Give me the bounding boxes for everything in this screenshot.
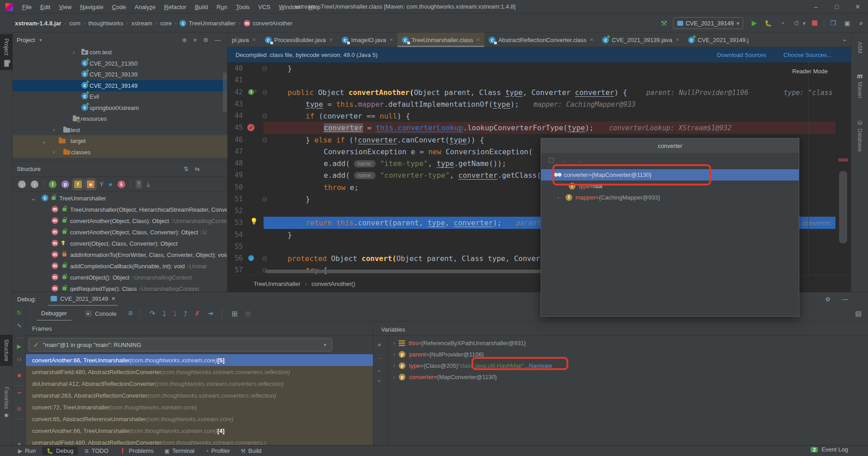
run-anything-icon[interactable]: ▣ [842,18,852,28]
structure-item[interactable]: ⌄cTreeUnmarshaller [13,193,227,204]
close-icon[interactable]: × [253,37,256,43]
variable-row[interactable]: ›this = {ReferenceByXPathUnmarshaller@93… [390,337,868,349]
fold-marker[interactable] [263,90,267,95]
menu-refactor[interactable]: Refactor [160,2,190,12]
structure-item[interactable]: maddInformationTo(ErrorWriter, Class, Co… [13,249,227,261]
reader-mode-label[interactable]: Reader Mode [789,68,830,75]
structure-item[interactable]: mconvertAnother(Object, Class, Converter… [13,227,227,238]
menu-tools[interactable]: Tools [232,2,254,12]
fold-marker[interactable] [263,66,267,71]
variable-row[interactable]: ›pparent = {NullProvider@1106} [390,349,868,360]
menu-run[interactable]: Run [212,2,231,12]
tab-ImageIO.java[interactable]: cImageIO.java× [337,33,397,47]
sort-alpha-icon[interactable]: ↓ [31,180,38,188]
locate-icon[interactable]: ⊕ [182,37,187,43]
structure-panel-title[interactable]: Structure [17,166,41,172]
gear-icon[interactable]: ⚙ [203,37,208,43]
move-watch-up-icon[interactable]: ▲ [377,368,382,373]
link-choose-sources-[interactable]: Choose Sources... [783,52,832,58]
maximize-icon[interactable]: □ [826,0,847,14]
menu-code[interactable]: Code [108,2,130,12]
hide-panel-icon[interactable]: — [215,37,221,43]
frame-row[interactable]: convertAnother:66, TreeUnmarshaller (com… [26,425,373,437]
menu-vcs[interactable]: VCS [254,2,274,12]
interface-filter-icon[interactable]: I [49,180,57,188]
menu-file[interactable]: File [18,2,36,12]
structure-item[interactable]: mconvert(Object, Class, Converter): Obje… [13,238,227,249]
profiler-icon[interactable]: ⏱ [791,18,801,28]
tool-button-favorites[interactable]: Favorites★ [0,382,13,424]
chevron-down-icon[interactable]: ⌄ [31,195,35,202]
add-to-watches-icon[interactable]: ☐ [548,157,554,165]
resume-icon[interactable]: ▶ [13,343,26,350]
project-tree-item[interactable]: ⌄target [13,135,227,147]
chevron-right-icon[interactable]: › [390,352,399,357]
breadcrumb-item[interactable]: com [69,20,80,27]
lambda-filter-icon[interactable]: λ [118,180,125,188]
project-scrollbar[interactable] [223,72,227,112]
collapse-all-icon[interactable]: ≡ [193,37,197,43]
popup-variable-row[interactable]: ›fmapper = {CachingMapper@933} [541,192,799,203]
error-stripe-mark[interactable] [838,158,848,162]
project-tree-item[interactable]: cCVE_2021_39149 [13,80,227,91]
close-icon[interactable]: × [390,37,393,43]
menu-analyze[interactable]: Analyze [131,2,160,12]
settings-levels-icon[interactable]: ≣ [245,309,250,318]
layout-settings-icon[interactable]: ▤ [855,309,862,318]
run-icon[interactable]: ▶ [749,18,759,28]
fold-marker[interactable] [263,197,267,201]
gear-icon[interactable]: ⚙ [825,296,830,303]
tool-button-structure[interactable]: Structure [0,335,13,366]
chevron-right-icon[interactable]: › [554,195,563,200]
tab-AbstractReflectionConverter.class[interactable]: cAbstractReflectionConverter.class× [484,33,598,47]
project-tree-item[interactable]: ›com.test [13,47,227,58]
breadcrumb-item[interactable]: mconvertAnother [244,20,292,27]
intention-bulb-icon[interactable]: 💡 [250,218,258,225]
menu-edit[interactable]: Edit [36,2,54,12]
structure-item[interactable]: mTreeUnmarshaller(Object, HierarchicalSt… [13,204,227,215]
project-tree-item[interactable]: ›test [13,124,227,136]
close-icon[interactable]: × [676,37,679,43]
remove-watch-icon[interactable]: − [377,354,382,362]
close-icon[interactable]: × [476,37,480,43]
property-filter-icon[interactable]: p [61,180,69,188]
close-icon[interactable]: × [590,37,593,43]
chevron-down-icon[interactable]: ⌄ [41,138,46,145]
structure-item[interactable]: mconvertAnother(Object, Class): Object ↑… [13,215,227,227]
restore-layout-icon[interactable]: ≡ [128,309,133,318]
editor-hscrollbar[interactable] [265,270,541,273]
close-icon[interactable]: ✕ [111,296,115,302]
frame-row[interactable]: unmarshallField:480, AbstractReflectionC… [26,366,373,378]
mute-breakpoints-icon[interactable]: ⊘ [13,405,26,412]
breakpoint-icon[interactable]: ✓ [247,124,255,131]
coverage-icon[interactable]: ◔ [777,18,787,28]
chevron-right-icon[interactable]: › [390,375,399,380]
breadcrumb-method[interactable]: convertAnother() [311,280,355,287]
pause-icon[interactable]: ❚❚ [13,357,26,361]
show-execution-point-icon[interactable]: ↷ [150,309,156,318]
close-icon[interactable]: × [330,37,333,43]
editor-scrollbar-thumb[interactable] [839,171,847,243]
forward-icon[interactable]: → [576,157,582,164]
tab-console[interactable]: ▸Console [85,310,117,317]
menu-navigate[interactable]: Navigate [76,2,107,12]
chevron-right-icon[interactable]: › [52,127,56,133]
collapse-all-icon[interactable]: ⇆ [195,166,200,172]
project-tree-item[interactable]: ›classes [13,147,227,158]
breadcrumb-class[interactable]: TreeUnmarshaller [254,280,301,287]
structure-item[interactable]: maddCompletionCallback(Runnable, int): v… [13,261,227,272]
structure-item[interactable]: mcurrentObject(): Object ↑UnmarshallingC… [13,272,227,283]
tab-TreeUnmarshaller.class[interactable]: cTreeUnmarshaller.class× [397,33,484,47]
statusbar-terminal[interactable]: ▣Terminal [160,446,199,455]
step-over-icon[interactable]: ⤵ [162,310,166,318]
tab-list-chevron-icon[interactable]: ⌄ [842,35,847,43]
tool-button-project[interactable]: Project [0,34,13,70]
hide-panel-icon[interactable]: — [842,296,848,303]
statusbar-profiler[interactable]: ◔Profiler [201,446,234,455]
fold-marker[interactable] [263,256,267,261]
frame-row[interactable]: convertAnother:66, TreeUnmarshaller (com… [26,354,373,366]
frame-row[interactable]: unmarshal:263, AbstractReflectionConvert… [26,390,373,401]
tab-ProcessBuilder.java[interactable]: cProcessBuilder.java× [260,33,337,47]
nonpublic-filter-icon[interactable]: ■ [87,180,94,188]
minimize-icon[interactable]: – [806,0,826,14]
